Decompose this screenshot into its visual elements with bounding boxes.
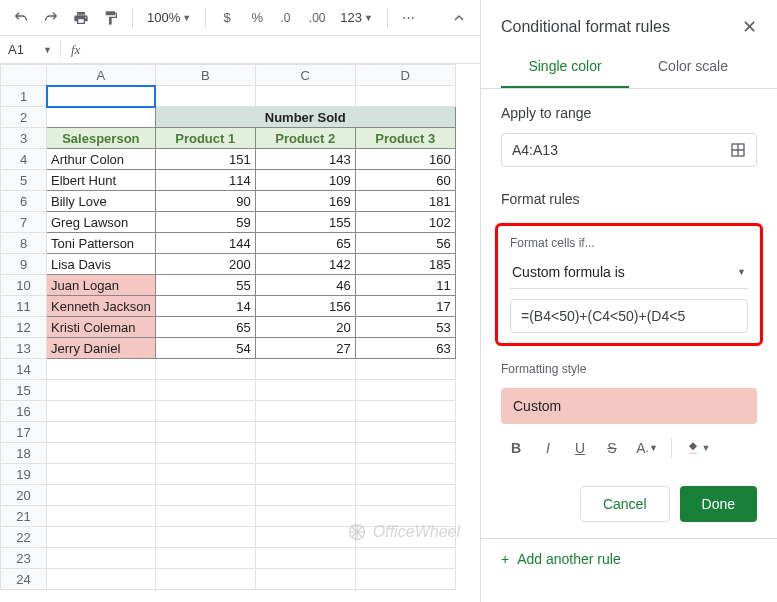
cell[interactable] (47, 86, 156, 107)
grid-select-icon[interactable] (730, 142, 746, 158)
data-cell[interactable]: 200 (155, 254, 255, 275)
data-cell[interactable]: 169 (255, 191, 355, 212)
column-header[interactable]: B (155, 65, 255, 86)
name-cell[interactable]: Kristi Coleman (47, 317, 156, 338)
range-input-row[interactable] (501, 133, 757, 167)
name-cell[interactable]: Billy Love (47, 191, 156, 212)
grid[interactable]: ABCD12Number Sold3SalespersonProduct 1Pr… (0, 64, 480, 602)
data-cell[interactable]: 160 (355, 149, 455, 170)
data-cell[interactable]: 60 (355, 170, 455, 191)
name-cell[interactable]: Greg Lawson (47, 212, 156, 233)
watermark: OfficeWheel (347, 522, 460, 542)
column-header[interactable]: C (255, 65, 355, 86)
tab-single-color[interactable]: Single color (501, 46, 629, 88)
toolbar: 100% ▼ $ % .0 .00 123▼ ⋯ (0, 0, 480, 36)
data-cell[interactable]: 144 (155, 233, 255, 254)
data-cell[interactable]: 142 (255, 254, 355, 275)
column-header[interactable]: A (47, 65, 156, 86)
bold-icon[interactable]: B (501, 434, 531, 462)
data-cell[interactable]: 63 (355, 338, 455, 359)
format-rules-label: Format rules (501, 191, 757, 207)
name-cell[interactable]: Lisa Davis (47, 254, 156, 275)
highlighted-rule-box: Format cells if... Custom formula is▼ (495, 223, 763, 346)
data-cell[interactable]: 11 (355, 275, 455, 296)
close-icon[interactable]: ✕ (742, 16, 757, 38)
condition-dropdown[interactable]: Custom formula is▼ (510, 256, 748, 289)
spreadsheet-area: 100% ▼ $ % .0 .00 123▼ ⋯ A1▼ fx ABCD12Nu… (0, 0, 481, 602)
format-toolbar: B I U S A.▼ ▼ (501, 434, 757, 462)
more-icon[interactable]: ⋯ (396, 5, 422, 31)
name-cell[interactable]: Kenneth Jackson (47, 296, 156, 317)
tab-color-scale[interactable]: Color scale (629, 46, 757, 88)
name-box[interactable]: A1▼ (0, 42, 60, 57)
panel-title: Conditional format rules (501, 18, 670, 36)
done-button[interactable]: Done (680, 486, 757, 522)
product-header[interactable]: Product 1 (155, 128, 255, 149)
name-cell[interactable]: Toni Patterson (47, 233, 156, 254)
collapse-icon[interactable] (446, 5, 472, 31)
data-cell[interactable]: 143 (255, 149, 355, 170)
fx-icon: fx (60, 42, 90, 58)
data-cell[interactable]: 181 (355, 191, 455, 212)
product-header[interactable]: Product 3 (355, 128, 455, 149)
column-header[interactable]: D (355, 65, 455, 86)
more-formats-dropdown[interactable]: 123▼ (334, 10, 379, 25)
italic-icon[interactable]: I (533, 434, 563, 462)
currency-icon[interactable]: $ (214, 5, 240, 31)
underline-icon[interactable]: U (565, 434, 595, 462)
conditional-format-panel: Conditional format rules ✕ Single color … (481, 0, 777, 602)
data-cell[interactable]: 14 (155, 296, 255, 317)
row-header[interactable]: 1 (1, 86, 47, 107)
data-cell[interactable]: 156 (255, 296, 355, 317)
style-preview[interactable]: Custom (501, 388, 757, 424)
zoom-dropdown[interactable]: 100% ▼ (141, 10, 197, 25)
data-cell[interactable]: 65 (255, 233, 355, 254)
print-icon[interactable] (68, 5, 94, 31)
format-cells-if-label: Format cells if... (510, 236, 748, 250)
data-cell[interactable]: 59 (155, 212, 255, 233)
data-cell[interactable]: 65 (155, 317, 255, 338)
increase-decimal-icon[interactable]: .00 (304, 5, 330, 31)
data-cell[interactable]: 53 (355, 317, 455, 338)
data-cell[interactable]: 56 (355, 233, 455, 254)
name-cell[interactable]: Juan Logan (47, 275, 156, 296)
formula-bar: A1▼ fx (0, 36, 480, 64)
data-cell[interactable]: 155 (255, 212, 355, 233)
data-cell[interactable]: 102 (355, 212, 455, 233)
redo-icon[interactable] (38, 5, 64, 31)
data-cell[interactable]: 109 (255, 170, 355, 191)
data-cell[interactable]: 17 (355, 296, 455, 317)
undo-icon[interactable] (8, 5, 34, 31)
product-header[interactable]: Product 2 (255, 128, 355, 149)
merged-header[interactable]: Number Sold (155, 107, 455, 128)
paint-format-icon[interactable] (98, 5, 124, 31)
tabs: Single color Color scale (481, 46, 777, 89)
data-cell[interactable]: 55 (155, 275, 255, 296)
percent-icon[interactable]: % (244, 5, 270, 31)
data-cell[interactable]: 20 (255, 317, 355, 338)
name-cell[interactable]: Jerry Daniel (47, 338, 156, 359)
text-color-icon[interactable]: A.▼ (629, 434, 665, 462)
data-cell[interactable]: 54 (155, 338, 255, 359)
range-input[interactable] (512, 142, 730, 158)
name-cell[interactable]: Arthur Colon (47, 149, 156, 170)
data-cell[interactable]: 46 (255, 275, 355, 296)
strikethrough-icon[interactable]: S (597, 434, 627, 462)
decrease-decimal-icon[interactable]: .0 (274, 5, 300, 31)
data-cell[interactable]: 27 (255, 338, 355, 359)
salesperson-header[interactable]: Salesperson (47, 128, 156, 149)
data-cell[interactable]: 114 (155, 170, 255, 191)
formatting-style-label: Formatting style (501, 362, 757, 376)
formula-input[interactable] (510, 299, 748, 333)
name-cell[interactable]: Elbert Hunt (47, 170, 156, 191)
data-cell[interactable]: 90 (155, 191, 255, 212)
fill-color-icon[interactable]: ▼ (678, 434, 718, 462)
apply-to-range-label: Apply to range (501, 105, 757, 121)
data-cell[interactable]: 151 (155, 149, 255, 170)
plus-icon: + (501, 551, 509, 567)
cancel-button[interactable]: Cancel (580, 486, 670, 522)
add-another-rule[interactable]: + Add another rule (481, 538, 777, 579)
data-cell[interactable]: 185 (355, 254, 455, 275)
